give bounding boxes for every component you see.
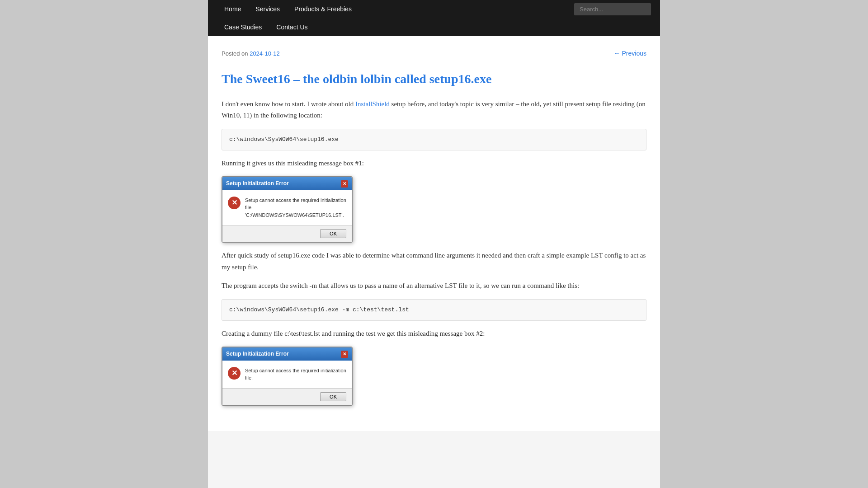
error-dialog-1: Setup Initialization Error ✕ ✕ Setup can… (222, 176, 353, 243)
dialog1-close-button[interactable]: ✕ (341, 180, 348, 188)
nav-item-products-freebies[interactable]: Products & Freebies (287, 0, 359, 18)
content-area: Posted on 2024-10-12 ← Previous The Swee… (208, 36, 660, 431)
body-paragraph-5: Creating a dummy file c:\test\test.lst a… (222, 328, 646, 340)
body-paragraph-3: After quick study of setup16.exe code I … (222, 250, 646, 273)
prev-post-link[interactable]: ← Previous (614, 50, 646, 57)
nav-item-services[interactable]: Services (248, 0, 287, 18)
nav-row1: Home Services Products & Freebies (208, 0, 660, 18)
nav-items-row1: Home Services Products & Freebies (217, 0, 359, 18)
nav-row2: Case Studies Contact Us (208, 18, 660, 36)
code-block-1: c:\windows\SysWOW64\setup16.exe (222, 129, 646, 150)
dialog1-ok-button[interactable]: OK (320, 229, 346, 238)
search-input[interactable] (574, 3, 651, 15)
dialog2-error-icon: ✕ (228, 367, 241, 380)
dialog1-message: Setup cannot access the required initial… (245, 197, 346, 219)
body-paragraph-2: Running it gives us this misleading mess… (222, 158, 646, 169)
post-date-label: Posted on 2024-10-12 (222, 50, 280, 57)
post-title: The Sweet16 – the oldbin lolbin called s… (222, 70, 646, 88)
nav-item-home[interactable]: Home (217, 0, 248, 18)
dialog1-error-icon: ✕ (228, 197, 241, 209)
dialog2-close-button[interactable]: ✕ (341, 351, 348, 358)
nav-item-case-studies[interactable]: Case Studies (217, 18, 269, 36)
installshield-link[interactable]: InstallShield (355, 100, 390, 108)
body-paragraph-1: I don't even know how to start. I wrote … (222, 99, 646, 122)
dialog1-title: Setup Initialization Error (226, 179, 289, 188)
body-paragraph-4: The program accepts the switch -m that a… (222, 280, 646, 292)
nav-item-contact-us[interactable]: Contact Us (269, 18, 315, 36)
post-meta: Posted on 2024-10-12 ← Previous (222, 45, 646, 61)
dialog1-footer: OK (222, 225, 352, 242)
dialog2-footer: OK (222, 388, 352, 405)
error-dialog-2: Setup Initialization Error ✕ ✕ Setup can… (222, 347, 353, 405)
dialog1-body: ✕ Setup cannot access the required initi… (222, 190, 352, 225)
dialog2-body: ✕ Setup cannot access the required initi… (222, 361, 352, 388)
dialog2-ok-button[interactable]: OK (320, 392, 346, 401)
dialog2-title: Setup Initialization Error (226, 349, 289, 358)
dialog2-titlebar: Setup Initialization Error ✕ (222, 347, 352, 360)
code-block-2: c:\windows\SysWOW64\setup16.exe -m c:\te… (222, 299, 646, 321)
navigation: Home Services Products & Freebies Case S… (208, 0, 660, 36)
post-date[interactable]: 2024-10-12 (250, 50, 280, 57)
dialog1-titlebar: Setup Initialization Error ✕ (222, 177, 352, 190)
dialog2-message: Setup cannot access the required initial… (245, 367, 346, 382)
post-body: I don't even know how to start. I wrote … (222, 99, 646, 406)
